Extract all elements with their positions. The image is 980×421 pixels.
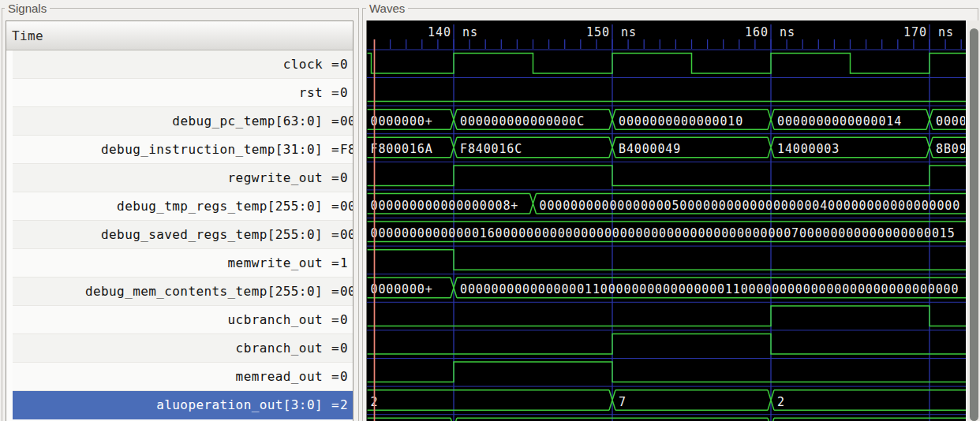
bus-value-label: 7 [619,395,627,409]
bus-value-label: 0000000+ [371,114,433,129]
wave-viewport[interactable]: 140ns150ns160ns170ns0000000+000000000000… [367,20,966,421]
signal-value: 1 [340,255,353,270]
signal-name: memread_out [13,369,331,384]
signal-row-cbranch_out[interactable]: cbranch_out =0 [13,334,353,363]
bus-value-label: 0000000000000000050000000000000000004000… [540,199,961,213]
wave-row-clock[interactable] [367,54,966,78]
signal-value: 00 [340,199,353,214]
equals-sign: = [331,57,340,72]
signal-name: ucbranch_out [13,312,331,327]
binary-wave [368,166,967,186]
equals-sign: = [331,227,340,242]
signal-row-debug_tmp_regs_temp[255:0][interactable]: debug_tmp_regs_temp[255:0] =00 [13,192,353,221]
signal-row-debug_saved_regs_temp[255:0][interactable]: debug_saved_regs_temp[255:0] =00 [13,221,353,249]
signal-rows-area[interactable]: clock =0rst =0debug_pc_temp[63:0] =00deb… [6,50,353,419]
bus-value-label: 14000003 [777,142,840,156]
equals-sign: = [331,85,340,100]
equals-sign: = [331,255,340,270]
signal-name: cbranch_out [13,341,331,356]
wave-row-next-row-partial[interactable] [368,418,967,421]
wave-row-aluoperation_out[interactable]: 272 [367,390,966,415]
signal-name: regwrite_out [13,170,331,185]
signal-list-gutter [6,50,13,419]
vertical-scrollbar[interactable] [967,20,980,421]
signal-name: debug_pc_temp[63:0] [13,114,331,129]
ruler-tick-label: 140 [428,25,451,39]
wave-row-debug_mem_contents_temp[interactable]: 0000000+00000000000000001100000000000000… [367,278,966,302]
binary-wave [368,334,967,355]
bus-wave [368,418,967,421]
equals-sign: = [331,284,340,299]
bus-value-label: 000000000000000C [460,114,585,129]
signal-row-debug_instruction_temp[31:0][interactable]: debug_instruction_temp[31:0] =F8 [13,136,353,164]
signal-row-memwrite_out[interactable]: memwrite_out =1 [13,249,353,278]
bus-value-label: B4000049 [619,142,681,156]
bus-value-label: 0000000000000010 [619,114,743,129]
signals-frame-label: Signals [5,2,50,15]
signal-name: debug_mem_contents_temp[255:0] [13,284,331,299]
equals-sign: = [331,341,340,356]
equals-sign: = [331,312,340,327]
signal-value: F8 [340,142,353,157]
bus-value-label: 2 [777,395,785,409]
signal-name: debug_saved_regs_temp[255:0] [13,227,331,242]
scrollbar-thumb[interactable] [970,28,978,421]
ruler-tick-label: 150 [586,25,610,39]
binary-wave [368,54,967,74]
waveform-canvas: 140ns150ns160ns170ns0000000+000000000000… [367,20,966,421]
time-column-header[interactable]: Time [6,21,353,50]
bus-value-label: 000000000000000008+ [371,199,519,213]
equals-sign: = [331,114,340,129]
ruler-tick-unit: ns [621,25,637,39]
wave-row-debug_instruction_temp[interactable]: F800016AF840016CB4000049140000038B09 [367,137,966,162]
signal-value: 2 [340,397,353,412]
wave-row-regwrite_out[interactable] [367,166,966,190]
signal-value: 00 [340,227,353,242]
ruler-tick-unit: ns [780,25,795,39]
wave-row-memwrite_out[interactable] [367,250,966,274]
bus-value-label: F840016C [460,142,522,156]
wave-row-cbranch_out[interactable] [367,334,966,359]
binary-wave [368,250,967,270]
signal-value: 0 [340,312,353,327]
wave-row-rst[interactable] [367,102,966,106]
signal-row-ucbranch_out[interactable]: ucbranch_out =0 [13,306,353,334]
signal-row-clock[interactable]: clock =0 [13,50,353,79]
signal-row-regwrite_out[interactable]: regwrite_out =0 [13,164,353,192]
wave-row-ucbranch_out[interactable] [367,306,966,330]
signal-name: aluoperation_out[3:0] [13,397,331,412]
signal-row-rst[interactable]: rst =0 [13,79,353,107]
signal-value: 00 [340,114,353,129]
signal-name: debug_tmp_regs_temp[255:0] [13,199,331,214]
bus-value-label: 8B09 [936,142,966,156]
bus-wave [368,390,967,411]
signal-value: 0 [340,170,353,185]
waves-frame-label: Waves [366,2,408,15]
signal-row-debug_mem_contents_temp[255:0][interactable]: debug_mem_contents_temp[255:0] =00 [13,278,353,306]
wave-row-debug_tmp_regs_temp[interactable]: 000000000000000008+000000000000000005000… [367,194,966,218]
equals-sign: = [331,397,340,412]
signal-name: rst [13,85,331,100]
signal-row-aluoperation_out[3:0][interactable]: aluoperation_out[3:0] =2 [13,391,353,419]
bus-value-label: F800016A [371,142,433,156]
signal-list: Time clock =0rst =0debug_pc_temp[63:0] =… [6,20,353,421]
signal-name: debug_instruction_temp[31:0] [13,142,331,157]
ruler-tick-unit: ns [462,25,478,39]
wave-row-memread_out[interactable] [367,362,966,386]
bus-value-label: 0000000000000016000000000000000000000000… [371,226,956,240]
wave-row-debug_pc_temp[interactable]: 0000000+000000000000000C0000000000000010… [367,110,966,134]
signal-value: 0 [340,369,353,384]
signal-row-memread_out[interactable]: memread_out =0 [13,363,353,391]
bus-value-label: 0000000000000000110000000000000000110000… [460,282,959,296]
time-column-header-label: Time [12,28,43,43]
signal-row-debug_pc_temp[63:0][interactable]: debug_pc_temp[63:0] =00 [13,107,353,136]
signal-name: clock [13,57,331,72]
signal-value: 0 [340,85,353,100]
signal-value: 0 [340,341,353,356]
wave-row-debug_saved_regs_temp[interactable]: 0000000000000016000000000000000000000000… [367,222,966,246]
binary-wave [368,306,967,326]
equals-sign: = [331,170,340,185]
equals-sign: = [331,142,340,157]
equals-sign: = [331,369,340,384]
binary-wave [368,362,967,382]
